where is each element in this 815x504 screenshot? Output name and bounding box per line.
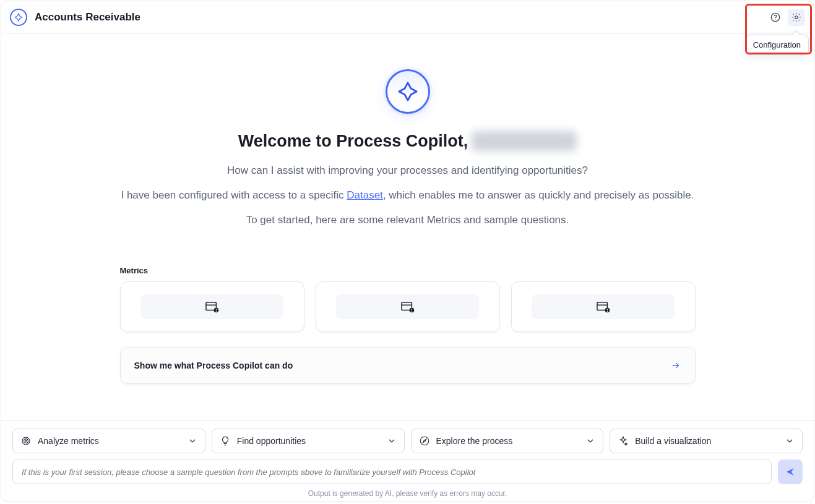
configuration-tooltip: Configuration	[745, 35, 809, 55]
lightbulb-icon	[220, 435, 231, 446]
svg-point-2	[795, 15, 798, 19]
svg-point-15	[420, 437, 429, 445]
intro-line-2: I have been configured with access to a …	[121, 189, 694, 202]
main-content: Welcome to Process Copilot, How can I as…	[1, 33, 814, 421]
svg-point-11	[606, 311, 607, 312]
page-title: Accounts Receivable	[35, 11, 140, 23]
show-me-text: Show me what Process Copilot can do	[134, 361, 293, 370]
settings-button[interactable]	[788, 9, 805, 26]
pill-build-visualization[interactable]: Build a visualization	[610, 429, 803, 453]
welcome-text: Welcome to Process Copilot,	[238, 132, 468, 151]
app-logo-icon	[10, 9, 27, 26]
svg-point-1	[775, 19, 776, 20]
help-icon	[770, 12, 781, 23]
suggestion-pills: Analyze metrics Find opportunities Explo…	[12, 429, 803, 453]
svg-point-5	[215, 311, 216, 312]
target-icon	[20, 435, 32, 446]
intro-line-1: How can I assist with improving your pro…	[227, 164, 588, 177]
chat-input[interactable]	[12, 459, 772, 484]
pill-label: Find opportunities	[237, 436, 306, 446]
sparkle-icon	[618, 435, 629, 446]
metric-card-3[interactable]	[511, 281, 696, 332]
arrow-right-icon	[670, 360, 681, 371]
chevron-down-icon	[585, 436, 595, 446]
ai-disclaimer: Output is generated by AI, please verify…	[12, 489, 803, 498]
redacted-username	[472, 131, 577, 151]
gear-icon	[791, 12, 802, 23]
show-me-card[interactable]: Show me what Process Copilot can do	[120, 347, 696, 384]
metrics-row	[120, 281, 696, 332]
card-alert-icon	[205, 300, 220, 314]
pill-label: Explore the process	[436, 436, 513, 446]
pill-label: Analyze metrics	[38, 436, 99, 446]
footer: Analyze metrics Find opportunities Explo…	[1, 421, 814, 502]
intro-line-3: To get started, here are some relevant M…	[246, 214, 569, 226]
intro-line-2b: , which enables me to answer as quickly …	[383, 189, 694, 201]
pill-explore-process[interactable]: Explore the process	[411, 429, 604, 453]
pill-label: Build a visualization	[635, 436, 711, 446]
card-alert-icon	[596, 300, 611, 314]
chevron-down-icon	[387, 436, 397, 446]
pill-analyze-metrics[interactable]: Analyze metrics	[12, 429, 205, 453]
welcome-heading: Welcome to Process Copilot,	[238, 131, 577, 151]
send-icon	[785, 466, 796, 477]
metrics-label: Metrics	[120, 266, 696, 275]
help-button[interactable]	[767, 9, 784, 26]
chevron-down-icon	[188, 436, 197, 446]
chevron-down-icon	[785, 436, 795, 446]
hero-logo-icon	[386, 69, 430, 114]
metric-card-2[interactable]	[316, 281, 500, 332]
dataset-link[interactable]: Dataset	[347, 189, 383, 201]
header: Accounts Receivable	[1, 1, 814, 33]
intro-line-2a: I have been configured with access to a …	[121, 189, 347, 201]
metric-card-1[interactable]	[120, 281, 304, 332]
send-button[interactable]	[778, 459, 803, 484]
card-alert-icon	[400, 300, 415, 314]
svg-point-8	[411, 311, 412, 312]
svg-point-14	[25, 440, 27, 442]
pill-find-opportunities[interactable]: Find opportunities	[212, 429, 405, 453]
compass-icon	[419, 435, 430, 446]
